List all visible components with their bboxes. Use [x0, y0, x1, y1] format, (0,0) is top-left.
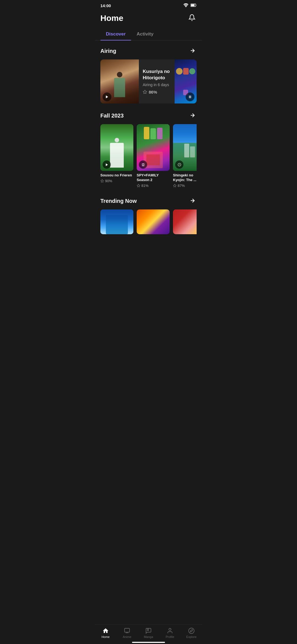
list-item[interactable]: [100, 209, 133, 234]
star-outline-icon: [143, 90, 147, 94]
nav-anime-button[interactable]: Anime: [119, 627, 135, 638]
airing-featured-rating: 86%: [143, 90, 171, 94]
frieren-title: Sousou no Frieren: [100, 173, 133, 178]
svg-marker-11: [137, 184, 140, 187]
fall2023-see-all-button[interactable]: [188, 111, 197, 120]
nav-anime-label: Anime: [123, 635, 131, 638]
bottom-navigation: Home Anime Manga Profile Explore: [95, 624, 202, 644]
airing-rating-value: 86%: [149, 90, 157, 94]
airing-pause-button[interactable]: [186, 92, 194, 101]
trending-card-2-image: [137, 209, 170, 234]
airing-see-all-button[interactable]: [188, 47, 197, 56]
nav-home-button[interactable]: Home: [97, 627, 114, 638]
airing-section: Airing: [95, 42, 202, 106]
nav-manga-label: Manga: [144, 635, 153, 638]
nav-profile-label: Profile: [166, 635, 174, 638]
frieren-card-image: [100, 124, 133, 171]
airing-section-header: Airing: [100, 47, 197, 56]
shingeki-rating: 87%: [173, 184, 197, 188]
trending-title: Trending Now: [100, 198, 137, 204]
svg-rect-7: [190, 95, 191, 98]
frieren-rating: 90%: [100, 179, 133, 183]
anime-icon: [124, 627, 130, 634]
status-bar: 14:00: [95, 0, 202, 10]
nav-explore-button[interactable]: Explore: [183, 627, 200, 638]
airing-featured-subtitle: Airing in 6 days: [143, 83, 171, 87]
shingeki-check-button[interactable]: [175, 160, 183, 169]
status-icons: [183, 3, 197, 8]
home-indicator: [132, 642, 165, 643]
fall2023-grid: Sousou no Frieren 90%: [100, 124, 197, 189]
airing-card-right-image: [175, 59, 197, 103]
trending-grid: [100, 209, 197, 235]
spy-rating: 81%: [137, 184, 170, 188]
spy-star-icon: [137, 184, 140, 187]
svg-marker-4: [106, 95, 108, 99]
shingeki-star-icon: [173, 184, 177, 187]
trending-see-all-button[interactable]: [188, 197, 197, 206]
list-item[interactable]: [137, 209, 170, 234]
svg-point-0: [186, 7, 186, 7]
trending-section-header: Trending Now: [100, 197, 197, 206]
frieren-play-button[interactable]: [103, 160, 111, 169]
svg-rect-2: [191, 4, 195, 6]
airing-play-button[interactable]: [103, 92, 111, 101]
spy-title: SPY×FAMILY Season 2: [137, 173, 170, 182]
list-item[interactable]: SPY×FAMILY Season 2 81%: [137, 124, 170, 188]
frieren-rating-value: 90%: [105, 179, 112, 183]
spy-delete-button[interactable]: [139, 160, 147, 169]
nav-explore-label: Explore: [186, 635, 196, 638]
fall2023-section: Fall 2023: [95, 106, 202, 192]
svg-marker-9: [106, 163, 108, 166]
airing-card-left-image: [100, 59, 139, 103]
svg-point-18: [169, 628, 171, 631]
page-header: Home: [95, 10, 202, 29]
tab-activity[interactable]: Activity: [131, 29, 159, 40]
tab-discover[interactable]: Discover: [100, 29, 131, 40]
nav-profile-button[interactable]: Profile: [162, 627, 178, 638]
list-item[interactable]: Sousou no Frieren 90%: [100, 124, 133, 188]
spy-rating-value: 81%: [141, 184, 148, 188]
time-display: 14:00: [100, 3, 111, 8]
airing-title: Airing: [100, 48, 116, 54]
airing-featured-card[interactable]: Kusuriya no Hitorigoto Airing in 6 days …: [100, 59, 197, 103]
airing-featured-info: Kusuriya no Hitorigoto Airing in 6 days …: [139, 59, 175, 103]
shingeki-title: Shingeki no Kyojin: The ...: [173, 173, 197, 182]
main-content: Airing: [95, 42, 202, 263]
fall2023-title: Fall 2023: [100, 113, 124, 119]
trending-card-1-image: [100, 209, 133, 234]
battery-icon: [191, 3, 197, 8]
svg-rect-17: [125, 628, 130, 632]
list-item[interactable]: [173, 209, 197, 234]
tab-bar: Discover Activity: [95, 29, 202, 40]
list-item[interactable]: Shingeki no Kyojin: The ... 87%: [173, 124, 197, 188]
trending-section: Trending Now: [95, 192, 202, 238]
nav-manga-button[interactable]: Manga: [140, 627, 157, 638]
page-title: Home: [100, 13, 123, 23]
svg-rect-6: [189, 95, 190, 98]
manga-icon: [145, 627, 152, 634]
svg-marker-13: [173, 184, 176, 187]
spy-card-image: [137, 124, 170, 171]
shingeki-rating-value: 87%: [178, 184, 185, 188]
trending-card-3-image: [173, 209, 197, 234]
frieren-star-icon: [100, 179, 104, 183]
fall2023-section-header: Fall 2023: [100, 111, 197, 120]
profile-icon: [167, 627, 173, 634]
home-icon: [102, 627, 109, 634]
nav-home-label: Home: [101, 635, 109, 638]
svg-point-19: [189, 628, 194, 634]
notification-button[interactable]: [187, 13, 197, 23]
shingeki-card-image: [173, 124, 197, 171]
wifi-icon: [183, 3, 188, 8]
svg-marker-20: [190, 630, 193, 632]
svg-marker-5: [143, 90, 147, 94]
airing-featured-title: Kusuriya no Hitorigoto: [143, 69, 171, 81]
explore-icon: [188, 627, 195, 634]
svg-marker-10: [101, 179, 104, 182]
